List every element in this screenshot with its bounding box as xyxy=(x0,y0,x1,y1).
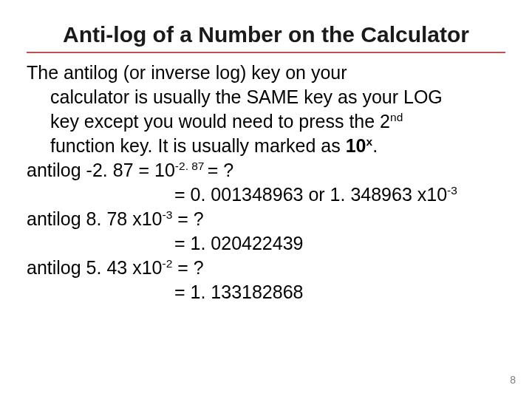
intro-line-4a: function key. It is usually marked as xyxy=(50,135,346,156)
example-1-question-b: = ? xyxy=(208,160,233,180)
intro-line-4c: . xyxy=(372,135,378,156)
example-3-question-b: = ? xyxy=(172,257,203,278)
example-2-question-a: antilog 8. 78 x10 xyxy=(27,208,162,229)
example-1-question-a: antilog -2. 87 = 10 xyxy=(27,160,175,180)
example-1-question-sup: -2. 87 xyxy=(175,160,208,172)
page-number: 8 xyxy=(510,374,516,386)
intro-line-3-sup: nd xyxy=(390,111,403,123)
slide: Anti-log of a Number on the Calculator T… xyxy=(0,0,532,399)
intro-line-3a: key except you would need to press the 2 xyxy=(50,111,390,132)
example-1-result-line: = 0. 001348963 or 1. 348963 x10-3 xyxy=(27,183,505,207)
example-3-question-sup: -2 xyxy=(162,257,172,270)
example-1-result-a: = 0. 001348963 or 1. 348963 x10 xyxy=(174,184,447,205)
intro-line-4b: 10 xyxy=(346,135,366,156)
slide-title: Anti-log of a Number on the Calculator xyxy=(27,22,505,53)
example-2-question-b: = ? xyxy=(172,208,203,229)
example-2-result: = 1. 020422439 xyxy=(27,231,505,256)
example-2-question-sup: -3 xyxy=(162,208,172,221)
example-1-result-sup: -3 xyxy=(447,184,457,197)
intro-line-1: The antilog (or inverse log) key on your xyxy=(27,62,347,83)
intro-line-4-sup: x xyxy=(366,135,373,148)
slide-body: The antilog (or inverse log) key on your… xyxy=(27,61,505,304)
intro-line-2: calculator is usually the SAME key as yo… xyxy=(50,86,443,107)
intro-indent-block: calculator is usually the SAME key as yo… xyxy=(27,85,505,158)
example-3-result: = 1. 133182868 xyxy=(27,280,505,304)
example-3-question-a: antilog 5. 43 x10 xyxy=(27,257,162,278)
